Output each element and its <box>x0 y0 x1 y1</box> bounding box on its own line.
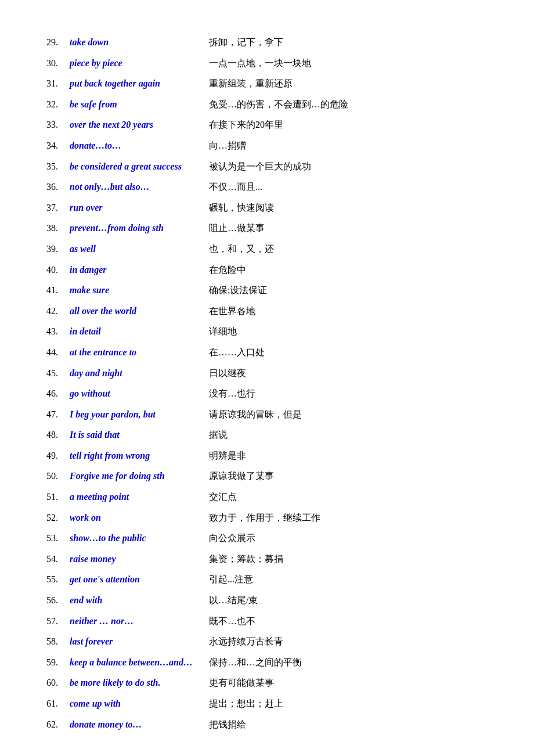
list-item: 42.all over the world在世界各地 <box>46 304 488 319</box>
item-number: 49. <box>46 448 70 463</box>
item-phrase: a meeting point <box>70 489 209 505</box>
list-item: 58.last forever永远持续万古长青 <box>46 634 488 649</box>
item-number: 31. <box>46 76 70 91</box>
list-item: 38.prevent…from doing sth阻止…做某事 <box>46 221 488 236</box>
item-phrase: take down <box>70 35 209 50</box>
item-number: 40. <box>46 262 70 278</box>
item-number: 36. <box>46 179 70 195</box>
item-number: 62. <box>46 717 70 732</box>
item-number: 39. <box>46 242 70 257</box>
list-item: 47.I beg your pardon, but请原谅我的冒昧，但是 <box>46 407 488 422</box>
item-number: 51. <box>46 489 70 505</box>
item-number: 44. <box>46 345 70 360</box>
item-phrase: at the entrance to <box>70 345 209 360</box>
item-number: 30. <box>46 56 70 71</box>
item-meaning: 原谅我做了某事 <box>209 469 274 484</box>
list-item: 46.go without没有…也行 <box>46 386 488 401</box>
item-number: 45. <box>46 366 70 381</box>
list-item: 30.piece by piece一点一点地，一块一块地 <box>46 56 488 71</box>
item-number: 41. <box>46 283 70 298</box>
item-meaning: 交汇点 <box>209 489 237 505</box>
item-meaning: 请原谅我的冒昧，但是 <box>209 407 302 422</box>
item-number: 33. <box>46 117 70 132</box>
item-number: 46. <box>46 386 70 401</box>
item-number: 32. <box>46 97 70 112</box>
list-item: 34.donate…to…向…捐赠 <box>46 138 488 153</box>
list-item: 29.take down拆卸，记下，拿下 <box>46 35 488 50</box>
phrase-list: 29.take down拆卸，记下，拿下30.piece by piece一点一… <box>46 35 488 732</box>
item-phrase: day and night <box>70 366 209 381</box>
item-phrase: donate…to… <box>70 138 209 153</box>
item-phrase: It is said that <box>70 427 209 442</box>
item-number: 56. <box>46 593 70 608</box>
item-phrase: go without <box>70 386 209 401</box>
item-phrase: in detail <box>70 324 209 339</box>
item-phrase: over the next 20 years <box>70 117 209 132</box>
list-item: 57.neither … nor…既不…也不 <box>46 614 488 629</box>
item-phrase: piece by piece <box>70 56 209 71</box>
list-item: 55.get one's attention引起...注意 <box>46 572 488 587</box>
item-meaning: 引起...注意 <box>209 572 253 587</box>
item-meaning: 在接下来的20年里 <box>209 117 283 132</box>
item-phrase: as well <box>70 242 209 257</box>
list-item: 44.at the entrance to在……入口处 <box>46 345 488 360</box>
item-phrase: all over the world <box>70 304 209 319</box>
list-item: 52.work on致力于，作用于，继续工作 <box>46 510 488 525</box>
item-meaning: 没有…也行 <box>209 386 255 401</box>
item-meaning: 在危险中 <box>209 262 246 278</box>
list-item: 56.end with以…结尾/束 <box>46 593 488 608</box>
list-item: 48.It is said that据说 <box>46 427 488 442</box>
item-phrase: in danger <box>70 262 209 278</box>
item-phrase: show…to the public <box>70 531 209 546</box>
item-meaning: 碾轧，快速阅读 <box>209 200 274 215</box>
list-item: 36.not only…but also…不仅…而且... <box>46 179 488 195</box>
item-number: 61. <box>46 696 70 711</box>
item-meaning: 既不…也不 <box>209 614 255 629</box>
item-number: 52. <box>46 510 70 525</box>
item-phrase: tell right from wrong <box>70 448 209 463</box>
item-phrase: put back together again <box>70 76 209 91</box>
item-number: 53. <box>46 531 70 546</box>
list-item: 35.be considered a great success被认为是一个巨大… <box>46 159 488 174</box>
item-meaning: 在世界各地 <box>209 304 255 319</box>
item-number: 42. <box>46 304 70 319</box>
item-number: 57. <box>46 614 70 629</box>
item-number: 59. <box>46 655 70 670</box>
item-phrase: be safe from <box>70 97 209 112</box>
item-meaning: 向…捐赠 <box>209 138 246 153</box>
item-meaning: 以…结尾/束 <box>209 593 258 608</box>
item-phrase: be more likely to do sth. <box>70 675 209 690</box>
item-number: 60. <box>46 675 70 690</box>
item-meaning: 据说 <box>209 427 228 442</box>
item-phrase: neither … nor… <box>70 614 209 629</box>
item-phrase: prevent…from doing sth <box>70 221 209 236</box>
item-phrase: run over <box>70 200 209 215</box>
item-meaning: 致力于，作用于，继续工作 <box>209 510 320 525</box>
list-item: 60.be more likely to do sth.更有可能做某事 <box>46 675 488 690</box>
item-meaning: 更有可能做某事 <box>209 675 274 690</box>
item-meaning: 在……入口处 <box>209 345 265 360</box>
list-item: 59.keep a balance between…and…保持…和…之间的平衡 <box>46 655 488 670</box>
item-meaning: 一点一点地，一块一块地 <box>209 56 311 71</box>
item-number: 43. <box>46 324 70 339</box>
item-phrase: get one's attention <box>70 572 209 587</box>
item-phrase: be considered a great success <box>70 159 209 174</box>
item-meaning: 阻止…做某事 <box>209 221 265 236</box>
item-number: 55. <box>46 572 70 587</box>
item-meaning: 保持…和…之间的平衡 <box>209 655 302 670</box>
item-meaning: 集资；筹款；募捐 <box>209 552 283 567</box>
item-phrase: end with <box>70 593 209 608</box>
item-number: 48. <box>46 427 70 442</box>
list-item: 54.raise money集资；筹款；募捐 <box>46 552 488 567</box>
item-number: 58. <box>46 634 70 649</box>
list-item: 61.come up with提出；想出；赶上 <box>46 696 488 711</box>
list-item: 53.show…to the public向公众展示 <box>46 531 488 546</box>
list-item: 45.day and night日以继夜 <box>46 366 488 381</box>
item-number: 35. <box>46 159 70 174</box>
item-phrase: last forever <box>70 634 209 649</box>
list-item: 51.a meeting point交汇点 <box>46 489 488 505</box>
item-phrase: donate money to… <box>70 717 209 732</box>
item-number: 34. <box>46 138 70 153</box>
list-item: 50.Forgive me for doing sth原谅我做了某事 <box>46 469 488 484</box>
item-meaning: 明辨是非 <box>209 448 246 463</box>
